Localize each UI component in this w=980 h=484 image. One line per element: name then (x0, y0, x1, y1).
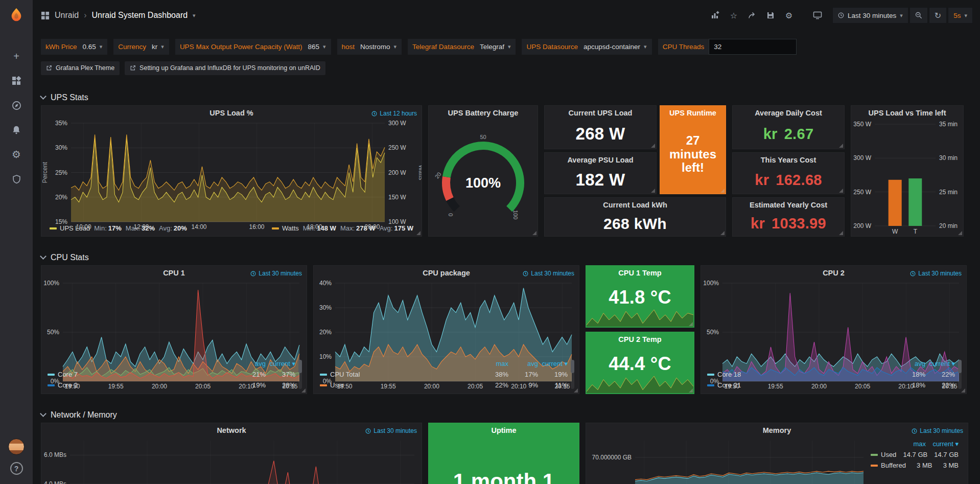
chart-canvas[interactable]: 0%50%100%19:5019:5520:0020:0520:1020:15 (701, 279, 966, 358)
clock-icon (838, 12, 844, 18)
add-panel-icon[interactable] (708, 8, 723, 23)
bar-chart-canvas[interactable]: 200 W20 min250 W25 min300 W30 min350 W35… (851, 119, 963, 236)
row-network-memory[interactable]: Network / Memory (41, 407, 972, 423)
series-color-dash (320, 374, 327, 376)
panel-title[interactable]: Current UPS Load (545, 109, 656, 117)
panel-title[interactable]: UPS Load % (41, 109, 422, 117)
time-override-label: Last 30 minutes (374, 427, 417, 434)
svg-text:T: T (914, 228, 918, 235)
legend-sort-current[interactable]: current ▾ (926, 440, 959, 448)
panel-title[interactable]: Memory (586, 426, 968, 434)
panel-title[interactable]: UPS Load vs Time left (851, 109, 963, 117)
cycle-view-monitor-icon[interactable] (810, 8, 825, 23)
legend-sort-avg[interactable]: avg (508, 360, 538, 367)
chart-canvas[interactable]: 50.000000 GB60.000000 GB70.000000 GB19:5… (586, 436, 871, 484)
panel-title[interactable]: Average PSU Load (545, 156, 656, 164)
legend-sort-current[interactable]: current ▾ (925, 360, 955, 367)
legend-item[interactable]: Core 1818%22% (707, 369, 955, 380)
chart-canvas[interactable]: 15%20%25%30%35%100 W150 W200 W250 W300 W… (41, 119, 422, 223)
breadcrumb-app[interactable]: Unraid (55, 11, 79, 20)
avatar[interactable] (8, 439, 25, 455)
legend-sort-avg[interactable]: avg (896, 360, 925, 367)
chart-canvas[interactable]: 2.0 MBs4.0 MBs6.0 MBs19:5019:5520:0020:0… (41, 436, 422, 484)
dashboards-icon[interactable] (0, 68, 33, 93)
svg-text:20: 20 (434, 171, 442, 180)
explore-icon[interactable] (0, 93, 33, 118)
variable-value[interactable]: 0.65 ▾ (82, 43, 108, 51)
legend-value: 14.7 GB (896, 451, 927, 458)
legend-value: 37% (266, 371, 295, 378)
refresh-interval-button[interactable]: 5s ▾ (948, 7, 973, 24)
variable-value[interactable]: kr ▾ (151, 43, 169, 51)
legend-value: 22% (925, 371, 955, 378)
variable-value[interactable]: 865 ▾ (307, 43, 331, 51)
server-admin-shield-icon[interactable] (0, 167, 33, 191)
svg-text:100%: 100% (465, 175, 501, 191)
chart-canvas[interactable]: 0%10%20%30%40%19:5019:5520:0020:0520:102… (314, 279, 579, 358)
help-icon[interactable]: ? (10, 462, 23, 475)
panel-time-override[interactable]: Last 30 minutes (912, 427, 963, 434)
panel-title[interactable]: Estimated Yearly Cost (733, 201, 844, 209)
panel-title[interactable]: Uptime (429, 426, 579, 434)
grafana-logo-icon[interactable] (0, 0, 33, 30)
variable-input[interactable] (709, 39, 797, 55)
svg-text:20%: 20% (319, 329, 332, 336)
dashboard-link[interactable]: Grafana Plex Theme (41, 61, 120, 75)
time-range-button[interactable]: Last 30 minutes ▾ (832, 7, 908, 24)
zoom-out-button[interactable] (909, 7, 928, 24)
svg-text:35 min: 35 min (939, 121, 958, 128)
panel-time-override[interactable]: Last 30 minutes (910, 270, 962, 277)
legend-sort-avg[interactable]: avg (236, 360, 266, 367)
legend-item[interactable]: CPU Total38%17%19% (320, 369, 568, 380)
legend-item[interactable]: Core 2118%22% (707, 380, 955, 390)
panel-title[interactable]: Current Load kWh (545, 201, 726, 209)
panel-title[interactable]: Network (41, 426, 422, 434)
variable-value[interactable]: Nostromo ▾ (359, 43, 402, 51)
configuration-gear-icon[interactable]: ⚙ (0, 142, 33, 167)
panel-title[interactable]: Average Daily Cost (733, 109, 844, 117)
dashboard-link[interactable]: Setting up Grafana and InfluxDB for UPS … (125, 61, 325, 75)
chevron-down-icon[interactable]: ▾ (193, 12, 196, 19)
legend-sort-max[interactable]: max (893, 440, 926, 448)
create-icon[interactable]: + (0, 44, 33, 68)
navbar-actions: ☆ ⚙ Last 3 (708, 7, 973, 24)
legend-item[interactable]: Core 721%37% (48, 369, 295, 380)
chart-canvas[interactable]: 0%50%100%19:5019:5520:0020:0520:1020:15 (41, 279, 307, 358)
legend-item[interactable]: User22%9%11% (320, 380, 568, 390)
legend-sort-max[interactable]: max (479, 360, 508, 367)
legend-sort-current[interactable]: current ▾ (266, 360, 295, 367)
panel-time-override[interactable]: Last 30 minutes (523, 270, 574, 277)
row-cpu-stats[interactable]: CPU Stats (41, 250, 972, 265)
row-ups-stats[interactable]: UPS Stats (41, 90, 972, 105)
variable-value[interactable]: apcupsd-container ▾ (582, 43, 652, 51)
legend-item[interactable]: Core 219%28% (48, 380, 295, 390)
panel-time-override[interactable]: Last 12 hours (371, 110, 417, 117)
variable-ups-max-output-power-capacity-watt: UPS Max Output Power Capacity (Watt)865 … (175, 39, 331, 55)
star-icon[interactable]: ☆ (726, 8, 741, 23)
panel-title[interactable]: This Years Cost (733, 156, 844, 164)
gauge-canvas[interactable]: 02050100100% (429, 119, 538, 236)
share-icon[interactable] (744, 8, 760, 23)
dashboard-title[interactable]: Unraid System Dashboard (91, 11, 188, 20)
external-link-icon (46, 65, 52, 71)
panel-title[interactable]: CPU 2 Temp (586, 335, 694, 343)
panel-time-override[interactable]: Last 30 minutes (250, 270, 302, 277)
svg-text:200 W: 200 W (853, 222, 871, 229)
legend-item[interactable]: Buffered3 MB3 MB (871, 460, 959, 471)
legend-scrollbar[interactable] (298, 360, 302, 389)
save-icon[interactable] (763, 8, 778, 23)
panel-title[interactable]: UPS Runtime (660, 109, 726, 117)
variable-value[interactable]: Telegraf ▾ (479, 43, 516, 51)
alerting-bell-icon[interactable] (0, 118, 33, 142)
settings-gear-icon[interactable]: ⚙ (781, 8, 797, 23)
legend-scrollbar[interactable] (571, 360, 574, 389)
legend-sort-current[interactable]: current ▾ (538, 360, 568, 367)
legend-item[interactable]: Used14.7 GB14.7 GB (871, 449, 959, 460)
legend-scrollbar[interactable] (958, 360, 962, 389)
panel-title[interactable]: UPS Battery Charge (429, 109, 538, 117)
legend-value: 17% (508, 371, 538, 378)
refresh-button[interactable]: ↻ (929, 7, 947, 24)
panel-time-override[interactable]: Last 30 minutes (365, 427, 417, 434)
svg-text:50%: 50% (47, 329, 59, 336)
panel-title[interactable]: CPU 1 Temp (586, 269, 694, 277)
